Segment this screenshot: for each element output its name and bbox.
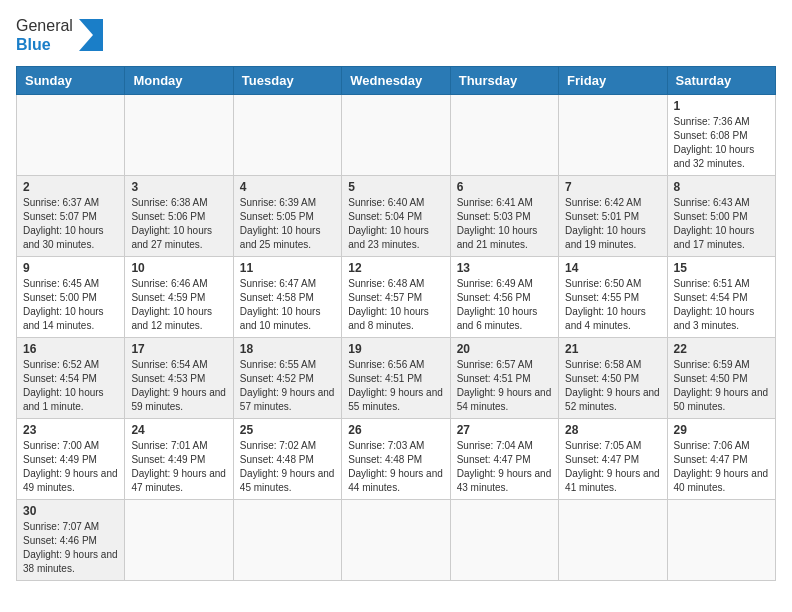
weekday-header-monday: Monday (125, 67, 233, 95)
day-number: 9 (23, 261, 118, 275)
day-number: 2 (23, 180, 118, 194)
day-info: Sunrise: 6:56 AM Sunset: 4:51 PM Dayligh… (348, 358, 443, 414)
calendar-cell: 30Sunrise: 7:07 AM Sunset: 4:46 PM Dayli… (17, 500, 125, 581)
day-info: Sunrise: 7:06 AM Sunset: 4:47 PM Dayligh… (674, 439, 769, 495)
calendar-cell: 29Sunrise: 7:06 AM Sunset: 4:47 PM Dayli… (667, 419, 775, 500)
calendar-cell: 14Sunrise: 6:50 AM Sunset: 4:55 PM Dayli… (559, 257, 667, 338)
day-number: 23 (23, 423, 118, 437)
calendar-cell: 20Sunrise: 6:57 AM Sunset: 4:51 PM Dayli… (450, 338, 558, 419)
day-info: Sunrise: 6:40 AM Sunset: 5:04 PM Dayligh… (348, 196, 443, 252)
calendar-cell: 2Sunrise: 6:37 AM Sunset: 5:07 PM Daylig… (17, 176, 125, 257)
day-number: 18 (240, 342, 335, 356)
logo-general-text: General (16, 16, 73, 35)
day-info: Sunrise: 7:03 AM Sunset: 4:48 PM Dayligh… (348, 439, 443, 495)
calendar-cell (559, 500, 667, 581)
day-number: 6 (457, 180, 552, 194)
day-info: Sunrise: 7:02 AM Sunset: 4:48 PM Dayligh… (240, 439, 335, 495)
day-number: 21 (565, 342, 660, 356)
calendar-cell: 1Sunrise: 7:36 AM Sunset: 6:08 PM Daylig… (667, 95, 775, 176)
calendar-cell: 10Sunrise: 6:46 AM Sunset: 4:59 PM Dayli… (125, 257, 233, 338)
day-number: 25 (240, 423, 335, 437)
day-number: 7 (565, 180, 660, 194)
calendar-week-row: 9Sunrise: 6:45 AM Sunset: 5:00 PM Daylig… (17, 257, 776, 338)
day-info: Sunrise: 6:45 AM Sunset: 5:00 PM Dayligh… (23, 277, 118, 333)
day-info: Sunrise: 6:57 AM Sunset: 4:51 PM Dayligh… (457, 358, 552, 414)
day-info: Sunrise: 7:07 AM Sunset: 4:46 PM Dayligh… (23, 520, 118, 576)
calendar-cell (342, 95, 450, 176)
day-info: Sunrise: 6:55 AM Sunset: 4:52 PM Dayligh… (240, 358, 335, 414)
day-number: 30 (23, 504, 118, 518)
weekday-header-friday: Friday (559, 67, 667, 95)
calendar-week-row: 2Sunrise: 6:37 AM Sunset: 5:07 PM Daylig… (17, 176, 776, 257)
calendar-cell: 11Sunrise: 6:47 AM Sunset: 4:58 PM Dayli… (233, 257, 341, 338)
day-number: 11 (240, 261, 335, 275)
day-info: Sunrise: 6:51 AM Sunset: 4:54 PM Dayligh… (674, 277, 769, 333)
calendar-week-row: 23Sunrise: 7:00 AM Sunset: 4:49 PM Dayli… (17, 419, 776, 500)
day-number: 3 (131, 180, 226, 194)
calendar-cell (667, 500, 775, 581)
logo-container: General Blue (16, 16, 103, 54)
calendar-cell (450, 95, 558, 176)
calendar-cell: 8Sunrise: 6:43 AM Sunset: 5:00 PM Daylig… (667, 176, 775, 257)
day-number: 16 (23, 342, 118, 356)
calendar-cell: 12Sunrise: 6:48 AM Sunset: 4:57 PM Dayli… (342, 257, 450, 338)
day-info: Sunrise: 6:48 AM Sunset: 4:57 PM Dayligh… (348, 277, 443, 333)
day-info: Sunrise: 6:47 AM Sunset: 4:58 PM Dayligh… (240, 277, 335, 333)
day-info: Sunrise: 6:46 AM Sunset: 4:59 PM Dayligh… (131, 277, 226, 333)
calendar-cell: 23Sunrise: 7:00 AM Sunset: 4:49 PM Dayli… (17, 419, 125, 500)
day-number: 15 (674, 261, 769, 275)
calendar-cell: 26Sunrise: 7:03 AM Sunset: 4:48 PM Dayli… (342, 419, 450, 500)
calendar-cell: 16Sunrise: 6:52 AM Sunset: 4:54 PM Dayli… (17, 338, 125, 419)
calendar-cell: 13Sunrise: 6:49 AM Sunset: 4:56 PM Dayli… (450, 257, 558, 338)
calendar-cell: 27Sunrise: 7:04 AM Sunset: 4:47 PM Dayli… (450, 419, 558, 500)
calendar-cell: 15Sunrise: 6:51 AM Sunset: 4:54 PM Dayli… (667, 257, 775, 338)
weekday-header-tuesday: Tuesday (233, 67, 341, 95)
calendar-week-row: 16Sunrise: 6:52 AM Sunset: 4:54 PM Dayli… (17, 338, 776, 419)
day-number: 24 (131, 423, 226, 437)
day-info: Sunrise: 6:54 AM Sunset: 4:53 PM Dayligh… (131, 358, 226, 414)
day-number: 12 (348, 261, 443, 275)
day-number: 29 (674, 423, 769, 437)
calendar-cell (450, 500, 558, 581)
calendar-cell (125, 500, 233, 581)
svg-marker-0 (79, 19, 103, 51)
calendar-table: SundayMondayTuesdayWednesdayThursdayFrid… (16, 66, 776, 581)
day-info: Sunrise: 7:01 AM Sunset: 4:49 PM Dayligh… (131, 439, 226, 495)
day-info: Sunrise: 6:50 AM Sunset: 4:55 PM Dayligh… (565, 277, 660, 333)
day-info: Sunrise: 7:00 AM Sunset: 4:49 PM Dayligh… (23, 439, 118, 495)
logo-blue-text: Blue (16, 35, 73, 54)
calendar-cell (17, 95, 125, 176)
calendar-cell: 6Sunrise: 6:41 AM Sunset: 5:03 PM Daylig… (450, 176, 558, 257)
day-info: Sunrise: 7:36 AM Sunset: 6:08 PM Dayligh… (674, 115, 769, 171)
day-number: 1 (674, 99, 769, 113)
calendar-cell: 22Sunrise: 6:59 AM Sunset: 4:50 PM Dayli… (667, 338, 775, 419)
day-info: Sunrise: 7:05 AM Sunset: 4:47 PM Dayligh… (565, 439, 660, 495)
calendar-cell: 28Sunrise: 7:05 AM Sunset: 4:47 PM Dayli… (559, 419, 667, 500)
logo-text: General Blue (16, 16, 73, 54)
day-info: Sunrise: 6:42 AM Sunset: 5:01 PM Dayligh… (565, 196, 660, 252)
day-number: 20 (457, 342, 552, 356)
day-number: 17 (131, 342, 226, 356)
weekday-header-thursday: Thursday (450, 67, 558, 95)
calendar-cell: 25Sunrise: 7:02 AM Sunset: 4:48 PM Dayli… (233, 419, 341, 500)
day-number: 26 (348, 423, 443, 437)
weekday-header-wednesday: Wednesday (342, 67, 450, 95)
calendar-cell (559, 95, 667, 176)
day-info: Sunrise: 6:43 AM Sunset: 5:00 PM Dayligh… (674, 196, 769, 252)
calendar-cell: 4Sunrise: 6:39 AM Sunset: 5:05 PM Daylig… (233, 176, 341, 257)
day-number: 14 (565, 261, 660, 275)
weekday-header-sunday: Sunday (17, 67, 125, 95)
logo: General Blue (16, 16, 103, 54)
day-number: 27 (457, 423, 552, 437)
day-number: 22 (674, 342, 769, 356)
calendar-cell: 7Sunrise: 6:42 AM Sunset: 5:01 PM Daylig… (559, 176, 667, 257)
weekday-header-saturday: Saturday (667, 67, 775, 95)
calendar-cell: 19Sunrise: 6:56 AM Sunset: 4:51 PM Dayli… (342, 338, 450, 419)
calendar-cell: 24Sunrise: 7:01 AM Sunset: 4:49 PM Dayli… (125, 419, 233, 500)
calendar-cell (233, 500, 341, 581)
calendar-cell (125, 95, 233, 176)
calendar-cell (233, 95, 341, 176)
day-number: 8 (674, 180, 769, 194)
day-info: Sunrise: 6:39 AM Sunset: 5:05 PM Dayligh… (240, 196, 335, 252)
day-number: 28 (565, 423, 660, 437)
